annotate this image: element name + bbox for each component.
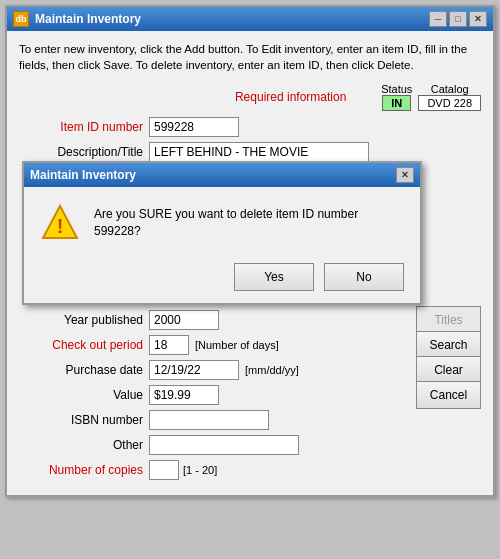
modal-overlay: Maintain Inventory ✕ ! Are you SURE you … — [22, 161, 452, 495]
item-id-label: Item ID number — [19, 120, 149, 134]
modal-buttons: Yes No — [40, 263, 404, 291]
modal-close-button[interactable]: ✕ — [396, 167, 414, 183]
catalog-value: DVD 228 — [418, 95, 481, 111]
close-button[interactable]: ✕ — [469, 11, 487, 27]
no-button[interactable]: No — [324, 263, 404, 291]
window-title: Maintain Inventory — [35, 12, 141, 26]
description-input[interactable] — [149, 142, 369, 162]
maximize-button[interactable]: □ — [449, 11, 467, 27]
modal-dialog: Maintain Inventory ✕ ! Are you SURE you … — [22, 161, 422, 305]
modal-body: ! Are you SURE you want to delete item I… — [40, 203, 404, 243]
modal-title: Maintain Inventory — [30, 168, 136, 182]
catalog-box: Catalog DVD 228 — [418, 83, 481, 111]
svg-text:!: ! — [57, 215, 64, 237]
required-row: Required information Status IN Catalog D… — [19, 83, 481, 111]
title-bar-left: db Maintain Inventory — [13, 11, 141, 27]
description-row: Description/Title — [19, 142, 481, 162]
main-window: db Maintain Inventory ─ □ ✕ To enter new… — [5, 5, 495, 497]
instructions-text: To enter new inventory, click the Add bu… — [19, 41, 481, 73]
status-catalog-area: Status IN Catalog DVD 228 — [381, 83, 481, 111]
app-icon: db — [13, 11, 29, 27]
catalog-label: Catalog — [431, 83, 469, 95]
status-label: Status — [381, 83, 412, 95]
yes-button[interactable]: Yes — [234, 263, 314, 291]
modal-title-bar: Maintain Inventory ✕ — [24, 163, 420, 187]
modal-message: Are you SURE you want to delete item ID … — [94, 206, 404, 240]
status-box: Status IN — [381, 83, 412, 111]
title-bar: db Maintain Inventory ─ □ ✕ — [7, 7, 493, 31]
window-content: To enter new inventory, click the Add bu… — [7, 31, 493, 495]
status-value: IN — [382, 95, 411, 111]
warning-icon: ! — [40, 203, 80, 243]
minimize-button[interactable]: ─ — [429, 11, 447, 27]
description-label: Description/Title — [19, 145, 149, 159]
item-id-input[interactable] — [149, 117, 239, 137]
required-label: Required information — [200, 90, 381, 104]
modal-content: ! Are you SURE you want to delete item I… — [24, 187, 420, 303]
title-bar-buttons: ─ □ ✕ — [429, 11, 487, 27]
item-id-row: Item ID number — [19, 117, 481, 137]
